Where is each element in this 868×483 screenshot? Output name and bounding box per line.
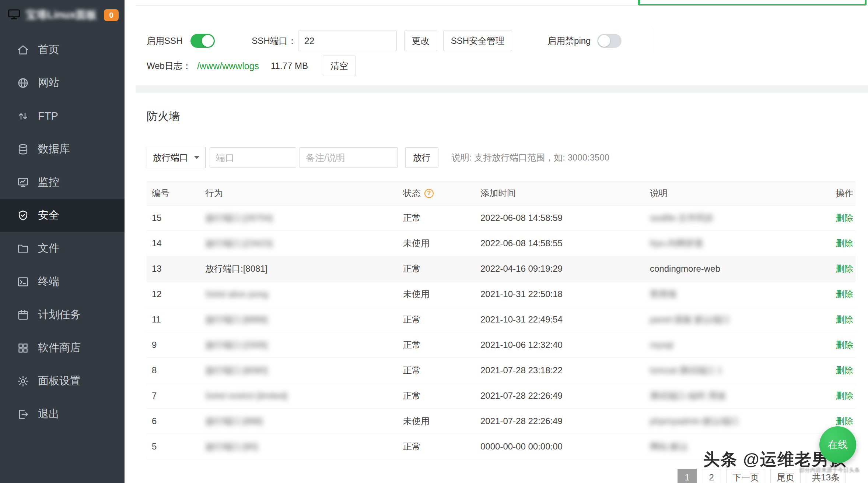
delete-link[interactable]: 删除: [836, 340, 853, 350]
cell-action-value: 放行端口:[8080]: [205, 365, 267, 375]
cell-id: 9: [147, 332, 200, 358]
cell-id-value: 7: [152, 391, 157, 401]
page-button-2[interactable]: 2: [702, 469, 721, 483]
header-action: 行为: [200, 181, 398, 205]
sidebar-item-appstore[interactable]: 软件商店: [0, 331, 125, 364]
cell-id: 12: [147, 282, 200, 307]
ssh-settings-card: 启用SSH SSH端口： 更改 SSH安全管理 启用禁ping Web日志： /…: [125, 5, 868, 85]
message-count-badge[interactable]: 0: [104, 9, 119, 21]
cell-id-value: 8: [152, 365, 157, 375]
sidebar-item-label: 首页: [38, 42, 59, 57]
change-port-button[interactable]: 更改: [404, 31, 437, 51]
cell-note: 禁用项: [645, 282, 829, 307]
sidebar-item-logout[interactable]: 退出: [0, 398, 125, 431]
firewall-title: 防火墙: [147, 109, 855, 124]
cell-time-value: 0000-00-00 00:00:00: [480, 441, 563, 451]
cell-status-value: 正常: [403, 213, 421, 223]
sidebar-item-cron[interactable]: 计划任务: [0, 298, 125, 331]
cell-note-value: panel-面板 默认端口: [650, 314, 730, 324]
delete-link[interactable]: 删除: [836, 391, 853, 401]
help-icon[interactable]: ?: [424, 189, 434, 198]
ssh-toggle[interactable]: [190, 34, 215, 48]
cell-time: 2022-06-08 14:58:55: [475, 231, 645, 256]
ssh-security-button[interactable]: SSH安全管理: [443, 31, 512, 51]
allow-button[interactable]: 放行: [405, 147, 438, 168]
table-header: 编号 行为 状态 ? 添加时间 说明 操作: [147, 181, 855, 205]
cell-id: 5: [147, 434, 200, 459]
cell-note: mysql: [645, 332, 829, 358]
port-input[interactable]: [210, 147, 296, 168]
main-content: 启用SSH SSH端口： 更改 SSH安全管理 启用禁ping Web日志： /…: [125, 0, 868, 483]
cell-id: 14: [147, 231, 200, 256]
cell-note-value: phpmyadmin-默认端口: [650, 416, 739, 426]
cell-actions: 删除: [829, 307, 855, 332]
sidebar-item-home[interactable]: 首页: [0, 33, 125, 66]
cell-action: 放行端口:[888]: [200, 409, 398, 434]
sidebar-item-terminal[interactable]: 终端: [0, 265, 125, 298]
delete-link[interactable]: 删除: [836, 213, 853, 223]
cell-note: frps-内网穿透: [645, 231, 829, 256]
logo[interactable]: 宝塔Linux面板 0: [0, 0, 125, 30]
sidebar-item-label: 退出: [38, 407, 59, 422]
cell-action: 放行端口:[23423]: [200, 231, 398, 256]
cell-status: 未使用: [398, 231, 475, 256]
rule-type-select[interactable]: 放行端口: [147, 147, 206, 168]
next-page-button[interactable]: 下一页: [726, 469, 765, 483]
sidebar-item-label: 数据库: [38, 142, 70, 156]
sidebar-item-ftp[interactable]: FTP: [0, 99, 125, 133]
sidebar-item-files[interactable]: 文件: [0, 232, 125, 265]
ssh-port-input[interactable]: [298, 31, 397, 51]
online-chat-button[interactable]: 在线: [819, 426, 856, 463]
cell-status: 正常: [398, 205, 475, 231]
sidebar-item-settings[interactable]: 面板设置: [0, 364, 125, 398]
cell-action-value: 放行端口:[80]: [205, 441, 258, 451]
calendar-icon: [17, 309, 29, 321]
sidebar-item-label: 面板设置: [38, 374, 81, 388]
cell-time-value: 2021-10-06 12:32:40: [480, 340, 563, 350]
cell-time: 2022-06-08 14:58:59: [475, 205, 645, 231]
header-id: 编号: [147, 181, 200, 205]
web-log-path-link[interactable]: /www/wwwlogs: [197, 61, 259, 71]
cell-status: 正常: [398, 383, 475, 409]
cell-time: 2022-04-16 09:19:29: [475, 256, 645, 282]
cell-time: 0000-00-00 00:00:00: [475, 434, 645, 459]
cell-time: 2021-10-31 22:49:54: [475, 307, 645, 332]
table-body: 15放行端口:[26754]正常2022-06-08 14:58:59seafi…: [147, 205, 855, 459]
sidebar-item-label: 监控: [38, 175, 59, 190]
disable-ping-label: 启用禁ping: [547, 35, 591, 47]
sidebar-item-security[interactable]: 安全: [0, 199, 125, 232]
cell-id-value: 5: [152, 441, 157, 451]
delete-link[interactable]: 删除: [836, 365, 853, 375]
cell-action: 放行端口:[26754]: [200, 205, 398, 231]
cell-note: tomcat-测试端口 1: [645, 358, 829, 383]
delete-link[interactable]: 删除: [836, 314, 853, 324]
cell-id-value: 12: [152, 289, 162, 299]
firewall-form-row: 放行端口 放行 说明: 支持放行端口范围，如: 3000:3500: [147, 147, 855, 169]
page-button-1[interactable]: 1: [678, 469, 697, 483]
cell-time: 2021-07-28 23:18:22: [475, 358, 645, 383]
rule-type-value: 放行端口: [153, 152, 188, 163]
cell-action: 放行端口:[80]: [200, 434, 398, 459]
cell-time: 2021-10-06 12:32:40: [475, 332, 645, 358]
last-page-button[interactable]: 尾页: [770, 469, 801, 483]
web-log-size: 11.77 MB: [271, 61, 308, 71]
sidebar-item-sites[interactable]: 网站: [0, 66, 125, 99]
delete-link[interactable]: 删除: [836, 264, 853, 274]
ping-toggle[interactable]: [597, 34, 622, 48]
cell-note-value: 网站-默认: [650, 441, 688, 451]
cell-action: Sshd restrict [limited]: [200, 383, 398, 409]
sidebar-item-database[interactable]: 数据库: [0, 133, 125, 166]
sidebar-item-label: 安全: [38, 208, 59, 223]
cell-action: 放行端口:[8081]: [200, 256, 398, 282]
cell-action: 放行端口:[8080]: [200, 358, 398, 383]
cell-time: 2021-10-31 22:50:18: [475, 282, 645, 307]
cell-action-value: 放行端口:[888]: [205, 416, 263, 426]
delete-link[interactable]: 删除: [836, 238, 853, 248]
sidebar-item-label: FTP: [38, 110, 58, 122]
sidebar-item-monitor[interactable]: 监控: [0, 166, 125, 199]
cell-note-value: 测试端口-临时 用途: [650, 391, 726, 401]
delete-link[interactable]: 删除: [836, 416, 853, 426]
clear-log-button[interactable]: 清空: [323, 56, 356, 76]
note-input[interactable]: [300, 147, 398, 168]
delete-link[interactable]: 删除: [836, 289, 853, 299]
